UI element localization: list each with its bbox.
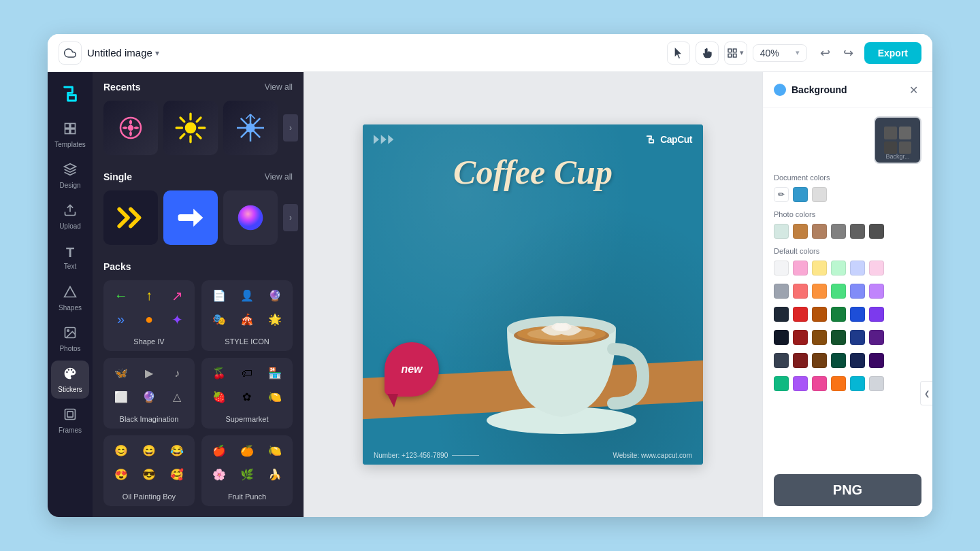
recents-view-all[interactable]: View all [265,82,293,92]
default-color-3-4[interactable] [831,307,846,322]
recents-next-button[interactable]: › [283,114,298,141]
export-button[interactable]: Export [864,42,921,64]
photo-color-1[interactable] [774,224,789,239]
default-color-5-1[interactable] [774,353,789,368]
pack-style-icon[interactable]: 📄 👤 🔮 🎭 🎪 🌟 STYLE ICON [201,280,293,351]
default-colors-row-2 [774,284,921,299]
recent-sticker-1[interactable] [103,101,158,155]
default-color-3-2[interactable] [793,307,808,322]
default-color-5-4[interactable] [831,353,846,368]
preview-area: Backgr... [763,108,932,164]
default-color-3-5[interactable] [850,307,865,322]
svg-rect-31 [178,214,195,221]
pack-oil-painting-boy[interactable]: 😊 😄 😂 😍 😎 🥰 Oil Painting Boy [103,435,195,506]
default-color-1-1[interactable] [774,261,789,276]
color-picker-button[interactable]: ✏ [774,187,789,202]
pack-shape-iv-preview: ← ↑ ↗ » ● ✦ [103,280,195,335]
pack-black-imagination[interactable]: 🦋 ▶ ♪ ⬜ 🔮 △ Black Imagination [103,358,195,429]
canvas-container[interactable]: CapCut Coffee Cup new [363,124,703,465]
svg-rect-11 [65,409,76,419]
right-panel-collapse-button[interactable]: ❮ [920,381,932,405]
doc-color-2[interactable] [812,187,827,202]
default-color-2-3[interactable] [812,284,827,299]
default-color-4-4[interactable] [831,330,846,345]
single-next-button[interactable]: › [283,204,298,231]
photo-color-4[interactable] [831,224,846,239]
default-color-2-2[interactable] [793,284,808,299]
default-color-6-1[interactable] [774,376,789,391]
default-color-2-5[interactable] [850,284,865,299]
sidebar-item-upload[interactable]: Upload [51,197,89,235]
default-color-4-1[interactable] [774,330,789,345]
svg-point-10 [67,329,69,331]
new-badge-tail [387,394,398,407]
default-color-3-3[interactable] [812,307,827,322]
pack-fruit-punch[interactable]: 🍎 🍊 🍋 🌸 🌿 🍌 Fruit Punch [201,435,293,506]
hand-tool-button[interactable] [696,41,719,65]
png-badge[interactable]: PNG [774,474,921,506]
default-color-1-6[interactable] [869,261,884,276]
sidebar-item-photos[interactable]: Photos [51,320,89,358]
default-color-2-1[interactable] [774,284,789,299]
doc-title-chevron: ▾ [155,48,159,58]
default-color-5-2[interactable] [793,353,808,368]
doc-title[interactable]: Untitled image ▾ [87,47,159,59]
background-preview-card[interactable]: Backgr... [874,116,921,164]
default-color-4-5[interactable] [850,330,865,345]
undo-button[interactable]: ↩ [815,43,836,63]
header-center: ▾ 40% ▾ [667,41,807,65]
doc-color-1[interactable] [793,187,808,202]
default-color-1-2[interactable] [793,261,808,276]
photo-color-6[interactable] [869,224,884,239]
default-color-5-5[interactable] [850,353,865,368]
zoom-control[interactable]: 40% ▾ [753,44,807,62]
photos-label: Photos [59,345,80,352]
sidebar-item-templates[interactable]: Templates [51,116,89,154]
photo-color-3[interactable] [812,224,827,239]
templates-label: Templates [54,141,86,148]
default-color-3-1[interactable] [774,307,789,322]
pack-shape-iv[interactable]: ← ↑ ↗ » ● ✦ Shape IV [103,280,195,351]
sidebar-item-stickers[interactable]: Stickers [51,361,89,399]
single-sticker-2[interactable] [163,190,218,245]
stickers-icon [63,367,77,384]
default-color-6-2[interactable] [793,376,808,391]
default-color-2-4[interactable] [831,284,846,299]
cloud-save-button[interactable] [59,41,82,65]
pack-supermarket[interactable]: 🍒 🏷 🏪 🍓 ✿ 🍋 Supermarket [201,358,293,429]
single-view-all[interactable]: View all [265,172,293,182]
default-color-6-3[interactable] [812,376,827,391]
default-color-5-3[interactable] [812,353,827,368]
default-color-4-2[interactable] [793,330,808,345]
default-color-4-3[interactable] [812,330,827,345]
photo-color-2[interactable] [793,224,808,239]
default-color-1-5[interactable] [850,261,865,276]
single-sticker-1[interactable] [103,190,158,245]
sidebar-item-shapes[interactable]: Shapes [51,279,89,317]
default-color-1-4[interactable] [831,261,846,276]
canvas-cup-illustration [480,267,657,444]
single-sticker-3[interactable] [223,190,278,245]
layout-button[interactable]: ▾ [724,41,747,65]
pack-fruit-punch-label: Fruit Punch [201,490,293,506]
default-color-5-6[interactable] [869,353,884,368]
recent-sticker-3[interactable] [223,101,278,155]
redo-button[interactable]: ↪ [838,43,859,63]
photo-color-5[interactable] [850,224,865,239]
sidebar-item-design[interactable]: Design [51,156,89,195]
default-color-1-3[interactable] [812,261,827,276]
upload-label: Upload [59,222,81,230]
right-panel-close-button[interactable]: ✕ [905,82,921,98]
default-color-3-6[interactable] [869,307,884,322]
select-tool-button[interactable] [667,41,690,65]
default-color-4-6[interactable] [869,330,884,345]
default-color-6-4[interactable] [831,376,846,391]
default-color-2-6[interactable] [869,284,884,299]
svg-rect-6 [65,129,70,133]
canvas-play-icon [374,134,401,147]
recent-sticker-2[interactable] [163,101,218,155]
default-color-6-6[interactable] [869,376,884,391]
default-color-6-5[interactable] [850,376,865,391]
sidebar-item-frames[interactable]: Frames [51,401,89,439]
sidebar-item-text[interactable]: T Text [51,238,89,276]
